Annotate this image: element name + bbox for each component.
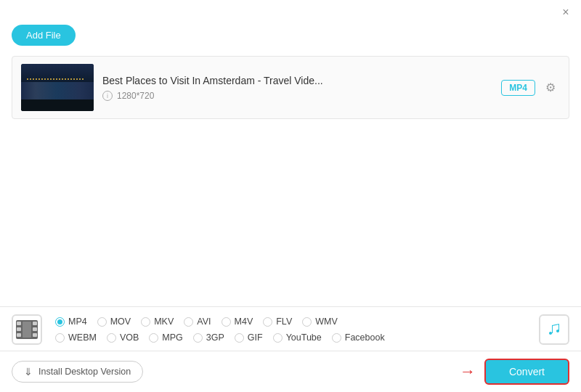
format-mkv-label: MKV [154, 317, 174, 327]
svg-rect-2 [17, 327, 21, 331]
format-wmv-label: WMV [315, 317, 338, 327]
info-icon: i [102, 91, 113, 101]
format-webm-label: WEBM [68, 332, 97, 343]
install-label: Install Desktop Version [38, 367, 131, 377]
svg-rect-5 [33, 327, 37, 331]
format-flv-label: FLV [276, 317, 292, 327]
format-mp4[interactable]: MP4 [52, 315, 94, 328]
radio-flv[interactable] [263, 317, 272, 327]
film-icon [16, 320, 38, 339]
title-bar: × [0, 0, 581, 22]
radio-vob[interactable] [107, 333, 116, 343]
format-facebook[interactable]: Facebook [329, 331, 392, 344]
radio-mov[interactable] [97, 317, 107, 327]
format-mpg-label: MPG [162, 332, 182, 343]
format-mkv[interactable]: MKV [138, 315, 181, 328]
format-youtube-label: YouTube [286, 332, 322, 343]
file-info: Best Places to Visit In Amsterdam - Trav… [102, 75, 492, 101]
format-youtube[interactable]: YouTube [270, 331, 329, 344]
format-webm[interactable]: WEBM [52, 331, 104, 344]
format-wmv[interactable]: WMV [299, 315, 345, 328]
format-3gp-label: 3GP [206, 332, 224, 343]
radio-mp4[interactable] [55, 317, 65, 327]
format-vob[interactable]: VOB [104, 331, 146, 344]
format-m4v[interactable]: M4V [219, 315, 261, 328]
radio-youtube[interactable] [273, 333, 283, 343]
format-mp4-label: MP4 [68, 317, 87, 327]
format-mpg[interactable]: MPG [146, 331, 190, 344]
radio-avi[interactable] [184, 317, 193, 327]
radio-gif[interactable] [235, 333, 244, 343]
bottom-bar: ⇓ Install Desktop Version → Convert [0, 351, 581, 392]
main-content [0, 123, 581, 290]
radio-3gp[interactable] [193, 333, 203, 343]
close-button[interactable]: × [559, 6, 572, 19]
svg-rect-7 [23, 322, 31, 338]
convert-button[interactable]: Convert [484, 359, 569, 385]
svg-rect-4 [33, 322, 37, 325]
radio-mpg[interactable] [149, 333, 158, 343]
format-avi[interactable]: AVI [181, 315, 218, 328]
format-m4v-label: M4V [235, 317, 253, 327]
radio-webm[interactable] [55, 333, 65, 343]
svg-rect-6 [33, 333, 37, 337]
bottom-section: MP4 MOV MKV AVI M4V [0, 306, 581, 392]
format-facebook-label: Facebook [345, 332, 385, 343]
settings-button[interactable]: ⚙ [541, 78, 560, 97]
file-thumbnail [21, 64, 94, 111]
format-badge[interactable]: MP4 [501, 80, 535, 96]
right-side: → Convert [460, 359, 569, 385]
format-3gp[interactable]: 3GP [190, 331, 232, 344]
install-button[interactable]: ⇓ Install Desktop Version [12, 361, 143, 383]
music-note-icon [546, 322, 562, 338]
formats-row-1: MP4 MOV MKV AVI M4V [52, 315, 532, 328]
format-vob-label: VOB [120, 332, 139, 343]
file-resolution: 1280*720 [117, 91, 154, 101]
file-list: Best Places to Visit In Amsterdam - Trav… [12, 56, 569, 119]
video-format-icon[interactable] [12, 314, 42, 345]
formats-container: MP4 MOV MKV AVI M4V [52, 315, 532, 344]
formats-row-2: WEBM VOB MPG 3GP GIF [52, 331, 532, 344]
format-selector: MP4 MOV MKV AVI M4V [0, 306, 581, 351]
format-gif-label: GIF [248, 332, 263, 343]
add-file-button[interactable]: Add File [12, 25, 76, 46]
format-mov[interactable]: MOV [94, 315, 138, 328]
file-meta: i 1280*720 [102, 91, 492, 101]
arrow-indicator: → [460, 362, 476, 381]
format-mov-label: MOV [110, 317, 131, 327]
radio-wmv[interactable] [302, 317, 312, 327]
radio-mkv[interactable] [141, 317, 150, 327]
file-item: Best Places to Visit In Amsterdam - Trav… [12, 57, 569, 118]
format-avi-label: AVI [197, 317, 211, 327]
format-gif[interactable]: GIF [232, 331, 270, 344]
radio-facebook[interactable] [332, 333, 341, 343]
file-name: Best Places to Visit In Amsterdam - Trav… [102, 75, 492, 86]
radio-m4v[interactable] [222, 317, 231, 327]
format-flv[interactable]: FLV [260, 315, 299, 328]
file-actions: MP4 ⚙ [501, 78, 560, 97]
audio-format-icon[interactable] [539, 314, 569, 345]
svg-rect-3 [17, 333, 21, 337]
thumbnail-lights [21, 78, 94, 80]
toolbar: Add File [0, 22, 581, 52]
download-icon: ⇓ [24, 366, 33, 377]
svg-rect-1 [17, 322, 21, 325]
thumbnail-image [21, 64, 94, 111]
